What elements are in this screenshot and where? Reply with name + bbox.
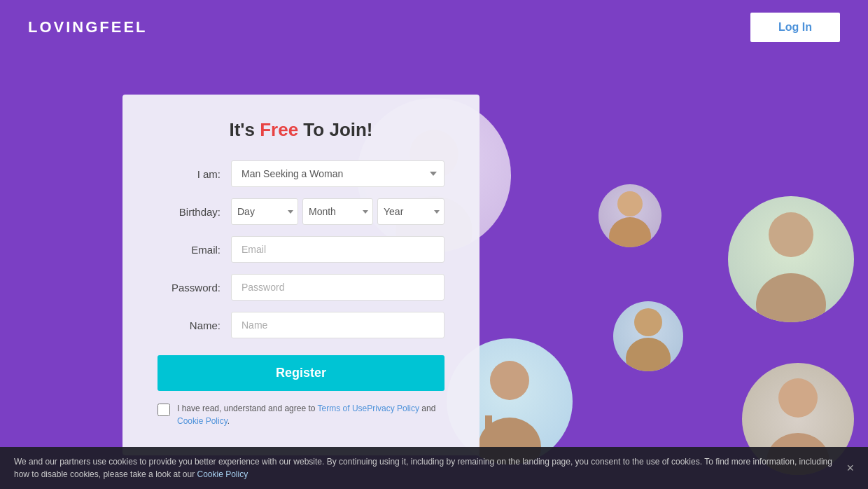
svg-point-11 xyxy=(778,378,818,418)
password-row: Password: xyxy=(158,274,444,301)
email-row: Email: xyxy=(158,236,444,263)
terms-row: I have read, understand and agree to Ter… xyxy=(158,402,444,427)
cookie-close-button[interactable]: × xyxy=(846,461,854,476)
birthday-row: Birthday: Day 12345 678910 1112131415 16… xyxy=(158,198,444,225)
i-am-label: I am: xyxy=(158,168,220,180)
year-select[interactable]: Year 2005200019951990 1985198019751970 1… xyxy=(377,198,444,225)
person-image-3 xyxy=(598,184,662,247)
svg-point-6 xyxy=(609,217,651,247)
svg-point-8 xyxy=(626,338,671,371)
name-row: Name: xyxy=(158,312,444,338)
privacy-policy-link[interactable]: Privacy Policy xyxy=(367,404,419,413)
form-title: It's Free To Join! xyxy=(158,119,444,141)
password-input[interactable] xyxy=(231,274,444,301)
svg-point-10 xyxy=(756,273,826,322)
terms-text: I have read, understand and agree to Ter… xyxy=(177,402,444,427)
i-am-row: I am: Man Seeking a Woman Woman Seeking … xyxy=(158,160,444,187)
cookie-banner: We and our partners use cookies to provi… xyxy=(0,447,868,489)
name-label: Name: xyxy=(158,319,220,331)
login-button[interactable]: Log In xyxy=(750,13,840,42)
month-select[interactable]: Month JanuaryFebruaryMarch AprilMayJune … xyxy=(302,198,373,225)
password-label: Password: xyxy=(158,282,220,294)
name-input[interactable] xyxy=(231,312,444,338)
svg-point-5 xyxy=(617,191,643,216)
profile-circle-3 xyxy=(598,184,662,247)
person-image-4 xyxy=(613,301,683,371)
terms-checkbox[interactable] xyxy=(158,404,170,416)
birthday-label: Birthday: xyxy=(158,206,220,218)
i-am-select[interactable]: Man Seeking a Woman Woman Seeking a Man … xyxy=(231,160,444,187)
day-select[interactable]: Day 12345 678910 1112131415 1617181920 2… xyxy=(231,198,298,225)
logo: LOVINGFEEL xyxy=(28,18,148,36)
birthday-fields: Day 12345 678910 1112131415 1617181920 2… xyxy=(231,198,444,225)
svg-point-2 xyxy=(490,361,529,400)
svg-point-7 xyxy=(634,308,662,336)
email-input[interactable] xyxy=(231,236,444,263)
header: LOVINGFEEL Log In xyxy=(0,0,868,55)
cookie-policy-link[interactable]: Cookie Policy xyxy=(177,416,227,426)
svg-rect-4 xyxy=(485,415,492,450)
email-label: Email: xyxy=(158,244,220,256)
register-button[interactable]: Register xyxy=(158,355,444,391)
cookie-policy-link[interactable]: Cookie Policy xyxy=(197,469,248,479)
person-image-5 xyxy=(728,196,854,322)
svg-point-9 xyxy=(769,212,813,257)
profile-circle-4 xyxy=(613,301,683,371)
profile-circle-5 xyxy=(728,196,854,322)
registration-form: It's Free To Join! I am: Man Seeking a W… xyxy=(122,95,479,455)
cookie-text: We and our partners use cookies to provi… xyxy=(14,457,832,479)
terms-of-use-link[interactable]: Terms of Use xyxy=(318,404,368,413)
